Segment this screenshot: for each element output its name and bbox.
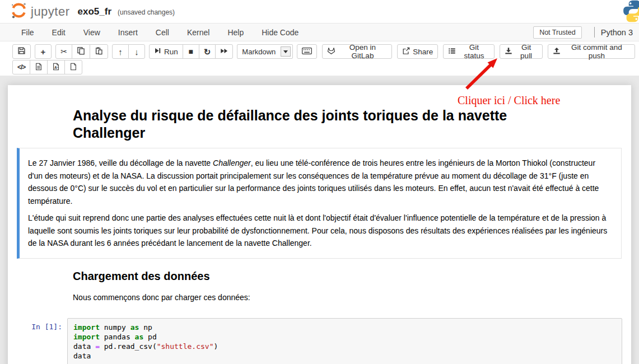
section-text: Nous commençons donc par charger ces don…: [73, 293, 631, 302]
git-status-button[interactable]: Git status: [443, 44, 494, 59]
menu-help[interactable]: Help: [218, 28, 253, 37]
arrow-up-icon: ↑: [118, 48, 123, 56]
save-icon: [17, 46, 26, 57]
share-button[interactable]: Share: [397, 44, 438, 59]
menu-view[interactable]: View: [74, 28, 109, 37]
plus-icon: +: [41, 48, 46, 56]
restart-icon: ↻: [204, 48, 211, 56]
cell-type-value: Markdown: [242, 48, 276, 56]
toggle-code-button[interactable]: </>: [12, 60, 30, 74]
code-line: data = pd.read_csv("shuttle.csv"): [73, 342, 616, 351]
new-file-button[interactable]: [64, 60, 82, 74]
code-cell: In [1]: import numpy as np import pandas…: [8, 306, 631, 364]
add-cell-button[interactable]: +: [35, 44, 52, 59]
move-cell-up-button[interactable]: ↑: [112, 44, 129, 59]
notebook-page: Analyse du risque de défaillance des joi…: [8, 85, 631, 364]
caret-down-icon: [283, 50, 288, 53]
italic-challenger: Challenger: [213, 158, 251, 167]
cell-type-select[interactable]: Markdown: [237, 44, 293, 59]
annotation-text: Cliquer ici / Click here: [458, 94, 560, 107]
menu-file[interactable]: File: [12, 28, 43, 37]
code-input-area[interactable]: import numpy as np import pandas as pd d…: [67, 318, 622, 364]
toolbar-row-1: + ✂ ↑ ↓: [12, 44, 639, 59]
menu-hide-code[interactable]: Hide Code: [253, 28, 307, 37]
toolbar: + ✂ ↑ ↓: [0, 41, 639, 77]
command-palette-button[interactable]: [297, 44, 317, 59]
git-status-label: Git status: [459, 43, 489, 60]
stop-button[interactable]: ■: [183, 44, 199, 59]
menu-insert[interactable]: Insert: [109, 28, 147, 37]
menu-kernel[interactable]: Kernel: [178, 28, 218, 37]
kernel-divider: [594, 27, 595, 38]
paste-cell-button[interactable]: [90, 44, 108, 59]
python-logo-icon: [621, 0, 639, 26]
cell-prompt-empty: [8, 292, 67, 303]
paste-icon: [95, 46, 103, 57]
export-pdf-button[interactable]: A: [47, 60, 65, 74]
git-pull-button[interactable]: Git pull: [500, 44, 543, 59]
jupyter-logo[interactable]: jupyter: [10, 2, 70, 21]
select-dropdown-button[interactable]: [281, 46, 291, 57]
restart-run-all-button[interactable]: [215, 44, 233, 59]
download-icon: [505, 47, 512, 57]
section-heading: Chargement des données: [73, 269, 631, 283]
kernel-name: Python 3: [601, 28, 633, 37]
list-icon: [448, 47, 456, 57]
menu-bar: File Edit View Insert Cell Kernel Help H…: [0, 23, 639, 41]
code-icon: </>: [17, 64, 25, 71]
move-cell-down-button[interactable]: ↓: [128, 44, 145, 59]
code-line: import pandas as pd: [73, 332, 616, 342]
scissors-icon: ✂: [60, 48, 67, 55]
jupyter-logo-icon: [10, 2, 27, 21]
not-trusted-button[interactable]: Not Trusted: [533, 26, 582, 39]
step-forward-icon: [154, 47, 161, 56]
notebook-name[interactable]: exo5_fr: [78, 6, 111, 17]
file-text-icon: [35, 63, 43, 72]
file-pdf-icon: A: [52, 63, 60, 72]
restart-kernel-button[interactable]: ↻: [199, 44, 216, 59]
keyboard-icon: [302, 48, 312, 56]
markdown-cell-text[interactable]: Nous commençons donc par charger ces don…: [8, 289, 631, 306]
cut-cell-button[interactable]: ✂: [55, 44, 72, 59]
input-prompt: In [1]:: [8, 318, 67, 364]
run-label: Run: [164, 48, 178, 56]
open-in-gitlab-label: Open in GitLab: [338, 43, 387, 60]
intro-blockquote[interactable]: Le 27 Janvier 1986, veille du décollage …: [17, 148, 622, 259]
upload-icon: [553, 47, 561, 57]
export-text-button[interactable]: [30, 60, 48, 74]
cell-prompt-empty: [8, 100, 67, 145]
run-button[interactable]: Run: [149, 44, 183, 59]
fast-forward-icon: [220, 47, 228, 57]
intro-paragraph-1: Le 27 Janvier 1986, veille du décollage …: [28, 157, 611, 207]
copy-cell-button[interactable]: [72, 44, 90, 59]
git-commit-push-button[interactable]: Git commit and push: [548, 44, 635, 59]
page-background: Analyse du risque de défaillance des joi…: [0, 76, 639, 364]
code-line: data: [73, 351, 616, 361]
markdown-cell-section[interactable]: Chargement des données: [8, 259, 631, 289]
menu-cell[interactable]: Cell: [147, 28, 178, 37]
notebook-main-heading: Analyse du risque de défaillance des joi…: [73, 107, 538, 142]
open-in-gitlab-button[interactable]: Open in GitLab: [322, 44, 392, 59]
code-line: import numpy as np: [73, 323, 616, 332]
arrow-down-icon: ↓: [134, 48, 139, 56]
jupyter-logo-text: jupyter: [31, 4, 70, 19]
share-label: Share: [413, 48, 433, 56]
share-icon: [402, 47, 410, 57]
file-blank-icon: [69, 63, 77, 72]
svg-text:A: A: [54, 65, 57, 69]
cell-prompt-empty: [8, 262, 67, 286]
gitlab-icon: [327, 46, 335, 57]
checkpoint-status: (unsaved changes): [118, 7, 175, 16]
git-pull-label: Git pull: [515, 43, 538, 60]
toolbar-row-2: </> A: [12, 60, 639, 74]
intro-paragraph-2: L'étude qui suit reprend donc une partie…: [28, 212, 611, 250]
save-button[interactable]: [12, 44, 31, 59]
copy-icon: [77, 46, 85, 57]
title-bar: jupyter exo5_fr (unsaved changes): [0, 0, 639, 23]
menu-edit[interactable]: Edit: [43, 28, 74, 37]
stop-icon: ■: [189, 48, 193, 55]
git-commit-push-label: Git commit and push: [563, 43, 630, 60]
